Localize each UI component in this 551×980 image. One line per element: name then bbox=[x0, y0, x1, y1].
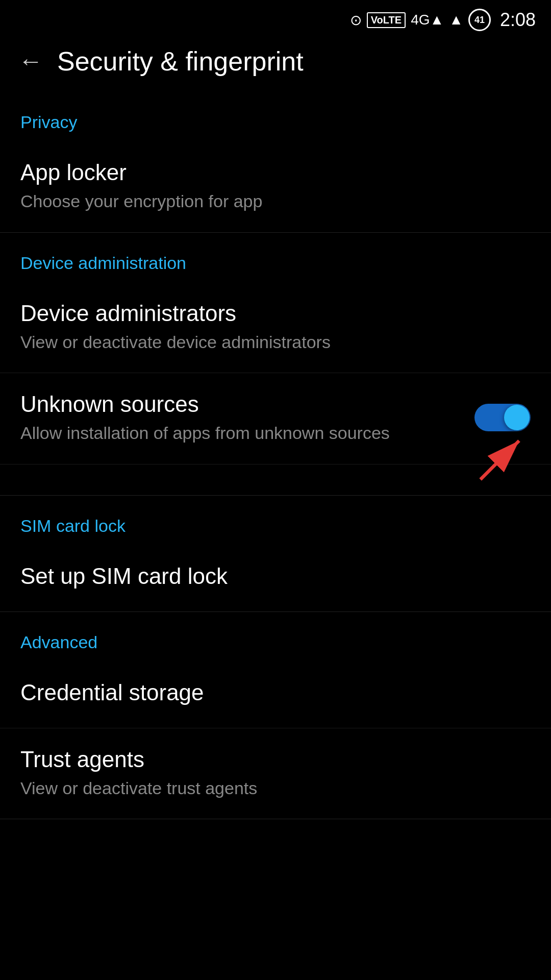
sim-card-lock-section: SIM card lock Set up SIM card lock bbox=[0, 496, 551, 612]
4g-icon: 4G▲ bbox=[411, 12, 444, 28]
signal-icon: ▲ bbox=[449, 12, 463, 28]
trust-agents-subtitle: View or deactivate trust agents bbox=[20, 776, 531, 801]
advanced-section: Advanced Credential storage Trust agents… bbox=[0, 612, 551, 820]
device-admin-section-header: Device administration bbox=[0, 233, 551, 282]
set-up-sim-card-lock-text: Set up SIM card lock bbox=[20, 564, 531, 593]
set-up-sim-card-lock-item[interactable]: Set up SIM card lock bbox=[0, 545, 551, 611]
device-administrators-title: Device administrators bbox=[20, 301, 531, 326]
device-admin-section: Device administration Device administrat… bbox=[0, 233, 551, 496]
credential-storage-text: Credential storage bbox=[20, 680, 531, 709]
sim-card-lock-section-header: SIM card lock bbox=[0, 496, 551, 545]
set-up-sim-card-lock-title: Set up SIM card lock bbox=[20, 564, 531, 589]
toggle-track bbox=[474, 404, 531, 431]
trust-agents-item[interactable]: Trust agents View or deactivate trust ag… bbox=[0, 728, 551, 819]
arrow-spacer bbox=[0, 464, 551, 495]
unknown-sources-subtitle: Allow installation of apps from unknown … bbox=[20, 421, 474, 446]
unknown-sources-item[interactable]: Unknown sources Allow installation of ap… bbox=[0, 373, 551, 464]
app-locker-title: App locker bbox=[20, 160, 531, 185]
battery-icon: 41 bbox=[468, 9, 491, 31]
status-icons: ⊙ VoLTE 4G▲ ▲ 41 2:08 bbox=[350, 9, 536, 31]
unknown-sources-text: Unknown sources Allow installation of ap… bbox=[20, 391, 474, 446]
trust-agents-text: Trust agents View or deactivate trust ag… bbox=[20, 747, 531, 801]
annotation-arrow bbox=[469, 429, 536, 485]
status-time: 2:08 bbox=[500, 9, 536, 31]
device-administrators-item[interactable]: Device administrators View or deactivate… bbox=[0, 282, 551, 374]
svg-line-1 bbox=[481, 440, 519, 479]
app-locker-text: App locker Choose your encryption for ap… bbox=[20, 160, 531, 214]
status-bar: ⊙ VoLTE 4G▲ ▲ 41 2:08 bbox=[0, 0, 551, 36]
advanced-section-header: Advanced bbox=[0, 612, 551, 662]
app-locker-subtitle: Choose your encryption for app bbox=[20, 189, 531, 214]
app-locker-item[interactable]: App locker Choose your encryption for ap… bbox=[0, 141, 551, 232]
trust-agents-title: Trust agents bbox=[20, 747, 531, 772]
page-title: Security & fingerprint bbox=[57, 46, 304, 77]
credential-storage-item[interactable]: Credential storage bbox=[0, 662, 551, 728]
hotspot-icon: ⊙ bbox=[350, 12, 362, 29]
volte-icon: VoLTE bbox=[367, 12, 406, 28]
toggle-thumb bbox=[504, 405, 530, 430]
credential-storage-title: Credential storage bbox=[20, 680, 531, 705]
page-header: ← Security & fingerprint bbox=[0, 36, 551, 92]
privacy-section: Privacy App locker Choose your encryptio… bbox=[0, 92, 551, 233]
device-administrators-subtitle: View or deactivate device administrators bbox=[20, 330, 531, 355]
unknown-sources-title: Unknown sources bbox=[20, 391, 474, 417]
back-button[interactable]: ← bbox=[18, 49, 43, 74]
privacy-section-header: Privacy bbox=[0, 92, 551, 141]
device-administrators-text: Device administrators View or deactivate… bbox=[20, 301, 531, 355]
